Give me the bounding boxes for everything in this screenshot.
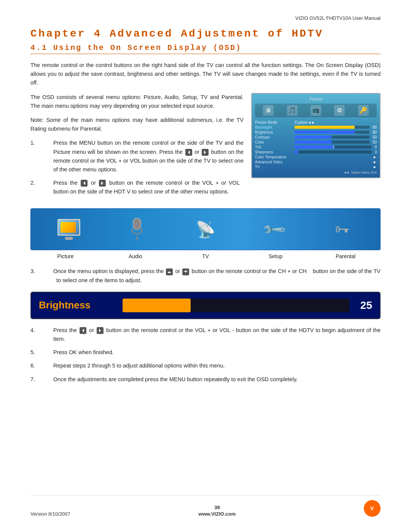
parental-icon: 🗝 xyxy=(327,216,357,243)
paragraph-1: The remote control or the control button… xyxy=(30,61,381,88)
left-arrow-icon-3 xyxy=(80,327,86,334)
osd-row-sharpness: Sharpness 3 xyxy=(255,150,377,154)
osd-tint-bar xyxy=(295,145,371,149)
chapter-title: Chapter 4 Advanced Adjustment of HDTV xyxy=(30,28,381,40)
osd-row-backlight: Backlight 80 xyxy=(255,125,377,129)
osd-row-advanced-video: Advanced Video ► xyxy=(255,160,377,164)
osd-color-label: Color xyxy=(255,140,293,144)
steps-list-2: 3. Once the menu option is displayed, pr… xyxy=(30,267,381,284)
menu-labels-row: Picture Audio TV Setup Parental xyxy=(30,253,381,259)
menu-label-parental: Parental xyxy=(327,253,365,259)
osd-row-contrast: Contrast 50 xyxy=(255,135,377,139)
list-item-7: 7. Once the adjustments are completed pr… xyxy=(30,375,381,384)
step-content-7: Once the adjustments are completed press… xyxy=(53,375,381,384)
footer-url: www.VIZIO.com xyxy=(199,511,236,517)
menu-label-picture: Picture xyxy=(46,253,84,259)
osd-sharpness-label: Sharpness xyxy=(255,150,293,154)
menu-icon-setup: 🔧 xyxy=(259,216,289,243)
right-arrow-icon-2 xyxy=(99,180,106,187)
list-item-2: 2. Press the or button on the remote con… xyxy=(30,179,244,196)
menu-icons-strip: 📡 🔧 🗝 xyxy=(30,208,381,250)
section-title: 4.1 Using the On Screen Display (OSD) xyxy=(30,43,381,54)
step-number-6: 6. xyxy=(30,361,53,370)
osd-icons-row: 🖥 🎵 📺 ⚙ 🔑 xyxy=(255,104,377,117)
list-item-3: 3. Once the menu option is displayed, pr… xyxy=(30,267,381,284)
footer-page-number: 39 xyxy=(214,505,220,510)
osd-tint-label: Tint xyxy=(255,145,293,149)
audio-icon xyxy=(122,216,152,243)
osd-advanced-video-label: Advanced Video xyxy=(255,160,293,164)
footer-center: 39 www.VIZIO.com xyxy=(199,505,236,517)
step-number-2: 2. xyxy=(30,179,53,196)
page-header: VIZIO GV52L FHDTV10A User Manual xyxy=(30,15,381,21)
list-item-6: 6. Repeat steps 2 through 5 to adjust ad… xyxy=(30,361,381,370)
osd-color-temp-label: Color Temperature xyxy=(255,155,293,159)
osd-tv-label: TV xyxy=(255,165,293,169)
osd-screenshot: Picture 🖥 🎵 📺 ⚙ 🔑 Picture Mode Custom ◄► xyxy=(251,93,381,178)
step-number-7: 7. xyxy=(30,375,53,384)
osd-sharpness-bar xyxy=(295,150,371,153)
left-arrow-icon xyxy=(185,149,192,156)
osd-brightness-bar xyxy=(295,131,370,134)
brightness-value: 25 xyxy=(357,299,372,312)
step-content-1: Press the MENU button on the remote cont… xyxy=(53,139,244,174)
osd-backlight-label: Backlight xyxy=(255,125,293,129)
osd-color-bar xyxy=(295,141,370,144)
osd-icon-1: 🖥 xyxy=(263,105,274,116)
menu-icon-tv: 📡 xyxy=(190,216,221,243)
osd-title: Picture xyxy=(255,97,377,101)
up-arrow-icon xyxy=(166,268,173,275)
down-arrow-icon xyxy=(182,268,189,275)
menu-label-setup: Setup xyxy=(256,253,295,259)
osd-icon-3: 📺 xyxy=(311,105,321,116)
step-number-1: 1. xyxy=(30,139,53,174)
vizio-logo: V xyxy=(364,500,381,517)
menu-label-audio: Audio xyxy=(116,253,155,259)
picture-icon xyxy=(54,216,84,243)
osd-brightness-label: Brightness xyxy=(255,130,293,134)
setup-icon: 🔧 xyxy=(259,216,289,243)
svg-text:V: V xyxy=(370,505,374,511)
list-item-1: 1. Press the MENU button on the remote c… xyxy=(30,139,244,174)
list-item-5: 5. Press OK when finished. xyxy=(30,348,381,357)
step-content-3: Once the menu option is displayed, press… xyxy=(53,267,381,284)
page-footer: Version 8/10/2007 39 www.VIZIO.com V xyxy=(30,495,381,517)
right-arrow-icon-3 xyxy=(97,327,104,334)
osd-row-color: Color 50 xyxy=(255,140,377,144)
step-number-4: 4. xyxy=(30,326,53,343)
step-content-6: Repeat steps 2 through 5 to adjust addit… xyxy=(53,361,381,370)
tv-icon: 📡 xyxy=(190,216,221,243)
osd-mode-value: Custom xyxy=(295,120,307,125)
osd-contrast-label: Contrast xyxy=(255,135,293,139)
left-arrow-icon-2 xyxy=(81,180,88,187)
right-arrow-icon xyxy=(202,149,209,156)
osd-row-color-temp: Color Temperature ► xyxy=(255,155,377,159)
osd-contrast-bar xyxy=(295,136,370,139)
osd-row-tv: TV ► xyxy=(255,165,377,169)
steps-list-3: 4. Press the or button on the remote con… xyxy=(30,326,381,384)
menu-icon-parental: 🗝 xyxy=(327,216,357,243)
step-content-2: Press the or button on the remote contro… xyxy=(53,179,244,196)
brightness-label: Brightness xyxy=(39,299,115,311)
osd-icon-2: 🎵 xyxy=(287,105,298,116)
menu-icon-picture xyxy=(54,216,84,243)
step-content-4: Press the or button on the remote contro… xyxy=(53,326,381,343)
osd-row-brightness: Brightness 80 xyxy=(255,130,377,134)
osd-icon-5: 🔑 xyxy=(358,105,369,116)
osd-footer: ◄► Select Menu Exit xyxy=(255,171,377,174)
osd-backlight-bar xyxy=(295,126,370,129)
list-item-4: 4. Press the or button on the remote con… xyxy=(30,326,381,343)
brightness-bar: Brightness 25 xyxy=(30,292,381,319)
step-number-3: 3. xyxy=(30,267,53,284)
osd-icon-4: ⚙ xyxy=(334,105,345,116)
menu-label-tv: TV xyxy=(186,253,225,259)
step-number-5: 5. xyxy=(30,348,53,357)
brightness-track xyxy=(123,299,349,312)
menu-icon-audio xyxy=(122,216,152,243)
brightness-fill xyxy=(123,299,191,312)
osd-row-tint: Tint 0 xyxy=(255,145,377,149)
osd-mode-row: Picture Mode Custom ◄► xyxy=(255,120,377,125)
step-content-5: Press OK when finished. xyxy=(53,348,381,357)
osd-mode-label: Picture Mode xyxy=(255,120,293,125)
footer-version: Version 8/10/2007 xyxy=(30,511,70,517)
